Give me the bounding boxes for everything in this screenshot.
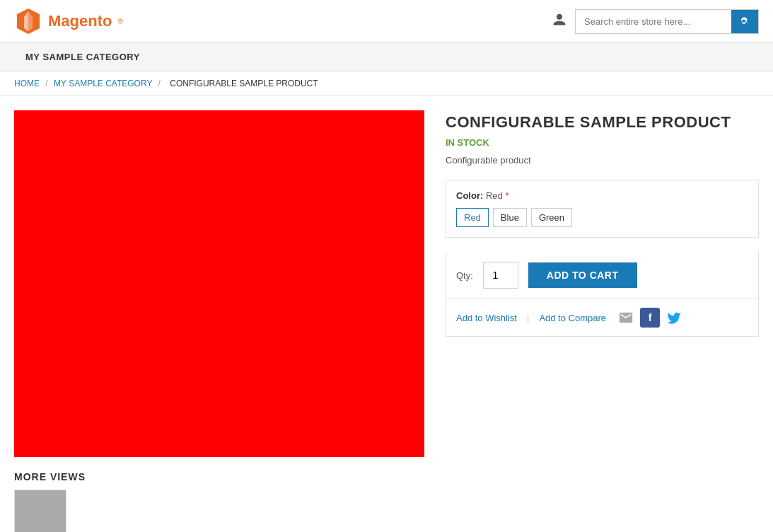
thumbnail-1[interactable] bbox=[14, 490, 66, 532]
magento-logo-icon bbox=[14, 7, 42, 35]
twitter-share-icon[interactable] bbox=[664, 308, 684, 328]
color-option-green[interactable]: Green bbox=[531, 208, 572, 227]
product-title: CONFIGURABLE SAMPLE PRODUCT bbox=[446, 113, 759, 132]
stock-badge: IN STOCK bbox=[446, 137, 759, 148]
add-to-cart-button[interactable]: ADD TO CART bbox=[528, 262, 637, 288]
color-config-section: Color: Red * Red Blue Green bbox=[446, 180, 759, 238]
divider: | bbox=[527, 313, 529, 323]
account-icon[interactable] bbox=[552, 13, 566, 30]
compare-link[interactable]: Add to Compare bbox=[539, 313, 606, 323]
color-options: Red Blue Green bbox=[456, 208, 748, 227]
header-right bbox=[552, 9, 759, 34]
nav-item-sample-category[interactable]: MY SAMPLE CATEGORY bbox=[14, 43, 151, 71]
header: Magento® bbox=[0, 0, 773, 43]
color-required-mark: * bbox=[505, 190, 508, 201]
social-icons: f bbox=[616, 308, 684, 328]
logo-text: Magento bbox=[48, 12, 112, 30]
more-views-label: MORE VIEWS bbox=[14, 471, 424, 482]
qty-label: Qty: bbox=[456, 270, 473, 281]
product-info: CONFIGURABLE SAMPLE PRODUCT IN STOCK Con… bbox=[446, 110, 759, 532]
color-label-text: Color: bbox=[456, 190, 483, 201]
product-main-image bbox=[14, 110, 424, 457]
breadcrumb-sep-2: / bbox=[158, 79, 161, 88]
social-section: Add to Wishlist | Add to Compare f bbox=[446, 299, 759, 337]
main-content: MORE VIEWS CONFIGURABLE SAMPLE PRODUCT I… bbox=[0, 96, 773, 532]
breadcrumb-category[interactable]: MY SAMPLE CATEGORY bbox=[54, 79, 152, 88]
product-description: Configurable product bbox=[446, 155, 759, 166]
color-option-blue[interactable]: Blue bbox=[493, 208, 527, 227]
breadcrumb: HOME / MY SAMPLE CATEGORY / CONFIGURABLE… bbox=[0, 71, 773, 96]
cart-section: Qty: ADD TO CART bbox=[446, 252, 759, 299]
search-input[interactable] bbox=[576, 11, 731, 33]
logo-area: Magento® bbox=[14, 7, 123, 35]
logo-reg: ® bbox=[117, 18, 122, 25]
wishlist-link[interactable]: Add to Wishlist bbox=[456, 313, 517, 323]
color-selected-value: Red bbox=[486, 190, 503, 201]
breadcrumb-home[interactable]: HOME bbox=[14, 79, 40, 88]
email-share-icon[interactable] bbox=[616, 308, 636, 328]
nav-bar: MY SAMPLE CATEGORY bbox=[0, 43, 773, 71]
more-views-thumbs bbox=[14, 490, 424, 532]
color-option-red[interactable]: Red bbox=[456, 208, 489, 227]
breadcrumb-current: CONFIGURABLE SAMPLE PRODUCT bbox=[170, 79, 318, 88]
qty-input[interactable] bbox=[483, 262, 518, 289]
color-label: Color: Red * bbox=[456, 190, 748, 201]
search-box bbox=[575, 9, 759, 34]
product-image-section: MORE VIEWS bbox=[14, 110, 424, 532]
search-button[interactable] bbox=[731, 10, 758, 33]
breadcrumb-sep-1: / bbox=[45, 79, 47, 88]
facebook-share-icon[interactable]: f bbox=[640, 308, 660, 328]
